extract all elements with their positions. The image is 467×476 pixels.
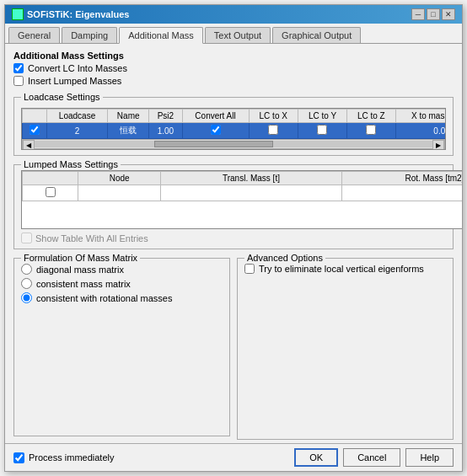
lc-x-checkbox[interactable] [268, 125, 278, 135]
right-col: Advanced Options Try to eliminate local … [237, 254, 454, 436]
insert-lumped-checkbox[interactable] [13, 76, 24, 86]
tab-graphical-output[interactable]: Graphical Output [272, 27, 361, 43]
lc-y-checkbox[interactable] [317, 125, 327, 135]
lumped-row-checkbox[interactable] [46, 187, 56, 197]
row-psi2: 1.00 [149, 123, 182, 139]
eliminate-row: Try to eliminate local vertical eigenfor… [244, 264, 446, 274]
rotational-label: consistent with rotational masses [36, 293, 172, 303]
lumped-table-container: Node Transl. Mass [t] Rot. Mass [tm2] [21, 170, 462, 229]
radio-rotational: consistent with rotational masses [21, 292, 223, 303]
row-lc-z[interactable] [347, 123, 396, 139]
lumped-mass-group: Lumped Mass Settings Node Transl. Mass [… [13, 164, 454, 249]
scroll-left-arrow[interactable]: ◀ [23, 140, 35, 150]
row-lc-x[interactable] [249, 123, 298, 139]
consistent-radio[interactable] [21, 278, 32, 289]
col-lc-z: LC to Z [347, 110, 396, 123]
convert-lc-label: Convert LC Into Masses [28, 63, 127, 73]
tab-general[interactable]: General [8, 27, 60, 43]
loadcase-settings-group: Loadcase Settings Loadcase Name Psi2 Con… [13, 97, 454, 156]
col-check [23, 110, 47, 123]
eliminate-checkbox[interactable] [244, 264, 255, 274]
title-bar-left: SOFiSTiK: Eigenvalues [12, 8, 129, 20]
lumped-col-rot: Rot. Mass [tm2] [341, 172, 462, 185]
col-lc-x: LC to X [249, 110, 298, 123]
show-table-row: Show Table With All Entries [21, 233, 462, 243]
radio-consistent: consistent mass matrix [21, 278, 223, 289]
lc-z-checkbox[interactable] [366, 125, 376, 135]
convert-all-checkbox[interactable] [211, 125, 221, 135]
left-col: Formulation Of Mass Matrix diagonal mass… [13, 254, 230, 436]
tab-additional-mass[interactable]: Additional Mass [119, 27, 203, 44]
loadcase-table-scroll[interactable]: Loadcase Name Psi2 Convert All LC to X L… [22, 109, 445, 139]
main-window: SOFiSTiK: Eigenvalues ─ □ ✕ General Damp… [4, 4, 463, 472]
show-table-label: Show Table With All Entries [35, 233, 148, 243]
process-checkbox[interactable] [13, 452, 24, 463]
show-table-checkbox[interactable] [21, 233, 32, 243]
row-loadcase: 2 [46, 123, 107, 139]
close-button[interactable]: ✕ [442, 8, 455, 20]
insert-lumped-label: Insert Lumped Masses [28, 76, 121, 86]
lumped-table-wrap: Node Transl. Mass [t] Rot. Mass [tm2] [21, 170, 462, 243]
convert-lc-row: Convert LC Into Masses [13, 63, 454, 73]
ok-button[interactable]: OK [294, 448, 338, 467]
col-name: Name [108, 110, 149, 123]
help-button[interactable]: Help [405, 448, 454, 467]
lumped-table-header: Node Transl. Mass [t] Rot. Mass [tm2] [23, 172, 463, 185]
app-icon [12, 8, 24, 20]
loadcase-settings-label: Loadcase Settings [21, 92, 103, 102]
bottom-bar: Process immediately OK Cancel Help [5, 443, 462, 471]
row-check[interactable] [23, 123, 47, 139]
title-bar: SOFiSTiK: Eigenvalues ─ □ ✕ [5, 5, 462, 24]
row-checkbox[interactable] [30, 125, 40, 135]
lumped-col-node: Node [78, 172, 161, 185]
minimize-button[interactable]: ─ [411, 8, 425, 20]
scrollbar-track [35, 141, 432, 147]
additional-mass-section: Additional Mass Settings Convert LC Into… [13, 51, 454, 88]
cancel-button[interactable]: Cancel [343, 448, 400, 467]
bottom-left: Process immediately [13, 452, 114, 463]
lower-section: Formulation Of Mass Matrix diagonal mass… [13, 254, 454, 436]
lumped-section: Node Transl. Mass [t] Rot. Mass [tm2] [21, 170, 446, 243]
lumped-row-check[interactable] [23, 185, 78, 201]
lumped-row-rot [341, 185, 462, 201]
row-lc-y[interactable] [298, 123, 346, 139]
loadcase-scrollbar[interactable]: ◀ ▶ [22, 139, 445, 149]
col-psi2: Psi2 [149, 110, 182, 123]
tab-text-output[interactable]: Text Output [205, 27, 271, 43]
eliminate-label: Try to eliminate local vertical eigenfor… [259, 264, 424, 274]
col-convert-all: Convert All [182, 110, 249, 123]
loadcase-table-header: Loadcase Name Psi2 Convert All LC to X L… [23, 110, 446, 123]
maximize-button[interactable]: □ [427, 8, 440, 20]
lumped-table: Node Transl. Mass [t] Rot. Mass [tm2] [22, 171, 462, 201]
convert-lc-checkbox[interactable] [13, 63, 24, 73]
bottom-right: OK Cancel Help [294, 448, 454, 467]
insert-lumped-row: Insert Lumped Masses [13, 76, 454, 86]
formulation-group: Formulation Of Mass Matrix diagonal mass… [13, 258, 230, 436]
lumped-mass-label: Lumped Mass Settings [21, 159, 121, 169]
loadcase-table: Loadcase Name Psi2 Convert All LC to X L… [22, 109, 445, 139]
row-convert-all[interactable] [182, 123, 249, 139]
col-loadcase: Loadcase [46, 110, 107, 123]
lumped-col-check [23, 172, 78, 185]
scrollbar-thumb[interactable] [154, 141, 274, 147]
scroll-right-arrow[interactable]: ▶ [432, 140, 444, 150]
col-x-mass: X to mass [o/o] [395, 110, 445, 123]
advanced-group: Advanced Options Try to eliminate local … [237, 258, 454, 440]
row-x-mass: 0.0 [395, 123, 445, 139]
rotational-radio[interactable] [21, 292, 32, 303]
lumped-col-transl: Transl. Mass [t] [161, 172, 342, 185]
table-row[interactable]: 2 恒载 1.00 0.0 [23, 123, 446, 139]
advanced-label: Advanced Options [244, 253, 325, 263]
lumped-table-row [23, 185, 463, 201]
content-area: Additional Mass Settings Convert LC Into… [5, 44, 462, 443]
additional-mass-title: Additional Mass Settings [13, 51, 454, 61]
tab-bar: General Damping Additional Mass Text Out… [5, 24, 462, 44]
radio-diagonal: diagonal mass matrix [21, 264, 223, 275]
diagonal-radio[interactable] [21, 264, 32, 275]
lumped-row-transl [161, 185, 342, 201]
formulation-label: Formulation Of Mass Matrix [21, 253, 140, 263]
title-controls: ─ □ ✕ [411, 8, 455, 20]
tab-damping[interactable]: Damping [62, 27, 117, 43]
consistent-label: consistent mass matrix [36, 279, 131, 289]
window-title: SOFiSTiK: Eigenvalues [27, 9, 129, 19]
